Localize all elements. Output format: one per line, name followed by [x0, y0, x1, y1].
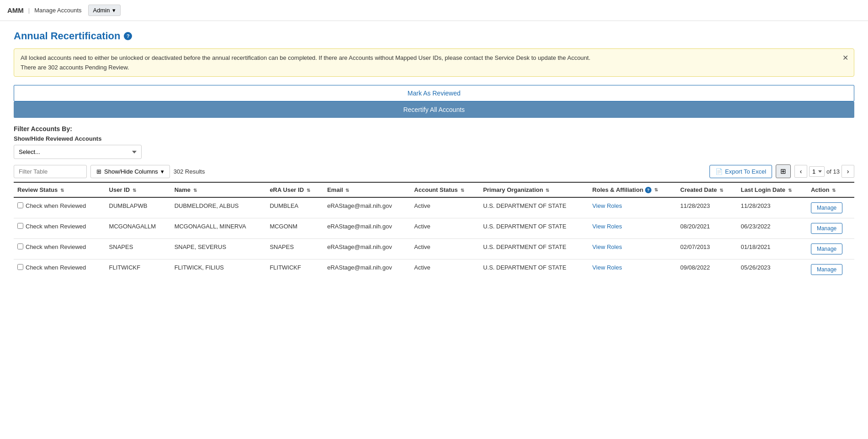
cell-created-date-0: 11/28/2023	[677, 197, 737, 218]
cell-primary-org-2: U.S. DEPARTMENT OF STATE	[479, 239, 588, 259]
review-checkbox-3[interactable]	[17, 264, 23, 270]
sort-icon-last-login: ⇅	[788, 188, 792, 193]
export-label: Export To Excel	[725, 168, 766, 175]
cell-roles-2: View Roles	[589, 239, 677, 259]
table-header: Review Status ⇅ User ID ⇅ Name ⇅ eRA Use…	[14, 182, 854, 197]
cell-account-status-1: Active	[411, 218, 480, 239]
table-row: Check when Reviewed SNAPES SNAPE, SEVERU…	[14, 239, 854, 259]
view-roles-link-2[interactable]: View Roles	[593, 243, 622, 250]
page-of-total: of 13	[826, 168, 840, 175]
admin-dropdown[interactable]: Admin ▾	[88, 5, 121, 16]
cell-email-1: eRAStage@mail.nih.gov	[323, 218, 410, 239]
manage-button-3[interactable]: Manage	[811, 264, 842, 275]
cell-primary-org-1: U.S. DEPARTMENT OF STATE	[479, 218, 588, 239]
review-status-label-1: Check when Reviewed	[26, 223, 86, 230]
next-page-button[interactable]: ›	[842, 165, 854, 178]
main-content: Annual Recertification ? ✕ All locked ac…	[0, 21, 868, 439]
sort-icon-user-id: ⇅	[132, 188, 136, 193]
cell-primary-org-3: U.S. DEPARTMENT OF STATE	[479, 259, 588, 280]
columns-grid-icon: ⊞	[96, 168, 101, 175]
admin-chevron-icon: ▾	[112, 7, 116, 14]
th-account-status: Account Status ⇅	[411, 182, 480, 197]
cell-era-user-id-2: SNAPES	[266, 239, 323, 259]
table-body: Check when Reviewed DUMBLAPWB DUBMELDORE…	[14, 197, 854, 280]
cell-roles-1: View Roles	[589, 218, 677, 239]
cell-user-id-2: SNAPES	[106, 239, 171, 259]
manage-button-2[interactable]: Manage	[811, 243, 842, 254]
view-roles-link-1[interactable]: View Roles	[593, 223, 622, 230]
filter-section: Filter Accounts By: Show/Hide Reviewed A…	[14, 125, 854, 159]
cell-email-3: eRAStage@mail.nih.gov	[323, 259, 410, 280]
accounts-table: Review Status ⇅ User ID ⇅ Name ⇅ eRA Use…	[14, 182, 854, 280]
cell-created-date-3: 09/08/2022	[677, 259, 737, 280]
sort-icon-action: ⇅	[832, 188, 836, 193]
cell-user-id-3: FLITWICKF	[106, 259, 171, 280]
alert-text-line1: All locked accounts need to either be un…	[21, 54, 837, 61]
sort-icon-email: ⇅	[345, 188, 349, 193]
export-file-icon: 📄	[715, 168, 723, 175]
prev-page-button[interactable]: ‹	[794, 165, 807, 178]
sort-icon-account-status: ⇅	[460, 188, 464, 193]
reviewed-accounts-select[interactable]: Select...	[14, 145, 142, 159]
export-to-excel-button[interactable]: 📄 Export To Excel	[709, 165, 772, 178]
cell-era-user-id-3: FLITWICKF	[266, 259, 323, 280]
cell-action-3: Manage	[807, 259, 854, 280]
page-title-container: Annual Recertification ?	[14, 30, 854, 42]
th-primary-org: Primary Organization ⇅	[479, 182, 588, 197]
cell-last-login-2: 01/18/2021	[737, 239, 807, 259]
grid-view-button[interactable]: ⊞	[776, 164, 791, 178]
cell-name-3: FLITWICK, FILIUS	[171, 259, 266, 280]
table-row: Check when Reviewed DUMBLAPWB DUBMELDORE…	[14, 197, 854, 218]
manage-button-0[interactable]: Manage	[811, 202, 842, 213]
cell-last-login-3: 05/26/2023	[737, 259, 807, 280]
nav-divider: |	[28, 7, 30, 14]
cell-email-2: eRAStage@mail.nih.gov	[323, 239, 410, 259]
th-user-id: User ID ⇅	[106, 182, 171, 197]
title-help-icon[interactable]: ?	[124, 32, 132, 40]
results-count: 302 Results	[174, 168, 205, 175]
review-checkbox-0[interactable]	[17, 202, 23, 208]
sort-icon-name: ⇅	[193, 188, 197, 193]
cell-roles-0: View Roles	[589, 197, 677, 218]
navbar: AMM | Manage Accounts Admin ▾	[0, 0, 868, 21]
cell-user-id-0: DUMBLAPWB	[106, 197, 171, 218]
th-email: Email ⇅	[323, 182, 410, 197]
filter-title: Filter Accounts By:	[14, 125, 854, 132]
mark-as-reviewed-button[interactable]: Mark As Reviewed	[14, 85, 854, 101]
review-checkbox-1[interactable]	[17, 223, 23, 229]
toolbar-right: 📄 Export To Excel ⊞ ‹ 1 2 3 of 13 ›	[709, 164, 854, 178]
th-last-login-date: Last Login Date ⇅	[737, 182, 807, 197]
pagination: ‹ 1 2 3 of 13 ›	[794, 165, 854, 178]
manage-accounts-link[interactable]: Manage Accounts	[34, 7, 81, 14]
cell-review-status-1: Check when Reviewed	[14, 218, 106, 239]
th-name: Name ⇅	[171, 182, 266, 197]
show-hide-columns-button[interactable]: ⊞ Show/Hide Columns ▾	[90, 165, 170, 178]
view-roles-link-3[interactable]: View Roles	[593, 264, 622, 271]
manage-button-1[interactable]: Manage	[811, 223, 842, 234]
table-row: Check when Reviewed FLITWICKF FLITWICK, …	[14, 259, 854, 280]
cell-primary-org-0: U.S. DEPARTMENT OF STATE	[479, 197, 588, 218]
toolbar: ⊞ Show/Hide Columns ▾ 302 Results 📄 Expo…	[14, 164, 854, 178]
cell-last-login-0: 11/28/2023	[737, 197, 807, 218]
recertify-all-button[interactable]: Recertify All Accounts	[14, 101, 854, 118]
alert-close-button[interactable]: ✕	[842, 53, 848, 62]
cell-review-status-0: Check when Reviewed	[14, 197, 106, 218]
cell-last-login-1: 06/23/2022	[737, 218, 807, 239]
review-status-label-2: Check when Reviewed	[26, 243, 86, 250]
cell-review-status-2: Check when Reviewed	[14, 239, 106, 259]
view-roles-link-0[interactable]: View Roles	[593, 202, 622, 209]
filter-subtitle: Show/Hide Reviewed Accounts	[14, 135, 854, 142]
page-select[interactable]: 1 2 3	[809, 166, 825, 177]
th-roles-affiliation: Roles & Affiliation ? ⇅	[589, 182, 677, 197]
review-checkbox-2[interactable]	[17, 243, 23, 249]
toolbar-left: ⊞ Show/Hide Columns ▾ 302 Results	[14, 165, 205, 178]
cell-email-0: eRAStage@mail.nih.gov	[323, 197, 410, 218]
cell-era-user-id-1: MCGONM	[266, 218, 323, 239]
th-review-status: Review Status ⇅	[14, 182, 106, 197]
cell-account-status-3: Active	[411, 259, 480, 280]
sort-icon-roles: ⇅	[654, 187, 658, 192]
admin-label: Admin	[93, 7, 110, 14]
cell-account-status-2: Active	[411, 239, 480, 259]
filter-table-input[interactable]	[14, 165, 87, 178]
roles-help-icon[interactable]: ?	[645, 187, 651, 193]
